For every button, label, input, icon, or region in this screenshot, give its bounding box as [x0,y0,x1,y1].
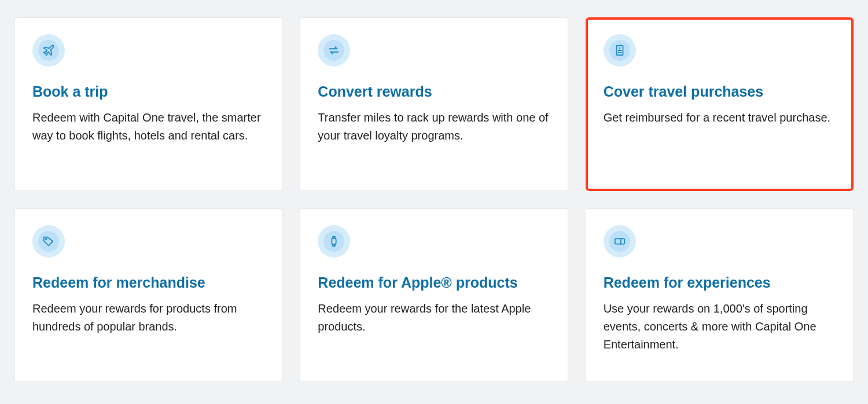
card-title: Cover travel purchases [604,83,836,101]
card-description: Redeem your rewards for products from hu… [32,300,264,336]
svg-rect-2 [332,238,336,245]
card-title: Book a trip [32,83,264,101]
card-title: Redeem for Apple® products [318,274,550,292]
swap-icon [318,34,350,67]
svg-point-1 [46,238,47,240]
tag-icon [32,225,65,258]
card-title: Redeem for merchandise [32,274,264,292]
card-convert-rewards[interactable]: Convert rewards Transfer miles to rack u… [300,17,568,191]
card-redeem-for-apple-products[interactable]: Redeem for Apple® products Redeem your r… [300,208,568,382]
ticket-icon [604,225,636,258]
airplane-icon [32,34,65,67]
card-redeem-for-experiences[interactable]: Redeem for experiences Use your rewards … [586,208,854,382]
card-description: Transfer miles to rack up rewards with o… [318,109,550,145]
card-description: Redeem your rewards for the latest Apple… [318,300,550,336]
card-title: Convert rewards [318,83,550,101]
card-description: Get reimbursed for a recent travel purch… [604,109,836,127]
card-description: Redeem with Capital One travel, the smar… [32,109,264,145]
card-title: Redeem for experiences [604,274,836,292]
rewards-options-grid: Book a trip Redeem with Capital One trav… [14,17,854,382]
card-cover-travel-purchases[interactable]: Cover travel purchases Get reimbursed fo… [586,17,854,191]
receipt-icon [604,34,636,67]
card-book-a-trip[interactable]: Book a trip Redeem with Capital One trav… [14,17,282,191]
watch-icon [318,225,350,258]
card-description: Use your rewards on 1,000's of sporting … [604,300,836,354]
card-redeem-for-merchandise[interactable]: Redeem for merchandise Redeem your rewar… [14,208,282,382]
